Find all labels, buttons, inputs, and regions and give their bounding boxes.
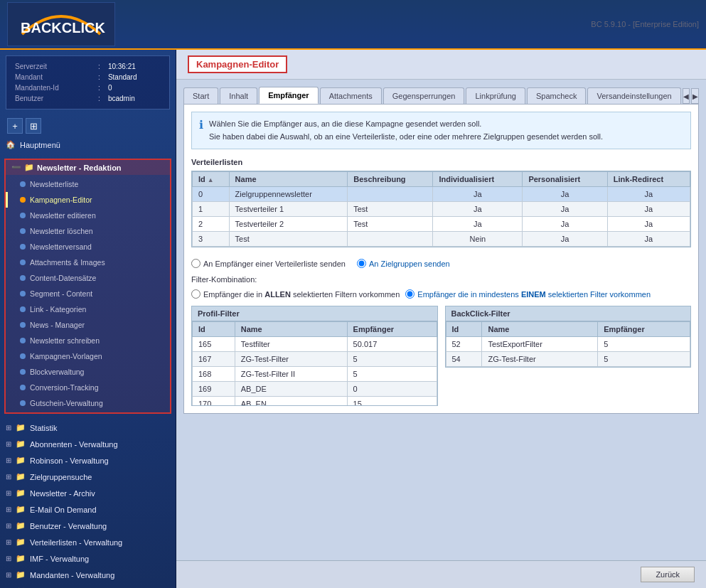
tab-next-button[interactable]: ▶ (691, 88, 699, 104)
plus-icon: ⊞ (6, 522, 11, 530)
list-item[interactable]: 168 ZG-Test-Filter II 5 (193, 367, 437, 382)
th-link-redirect: Link-Redirect (607, 172, 690, 187)
radio-einem-filter-label: Empfänger die in mindestens EINEM selekt… (417, 290, 651, 299)
version-text: BC 5.9.10 - [Enterprise Edition] (591, 20, 699, 28)
sidebar-item-imf[interactable]: ⊞ 📁 IMF - Verwaltung (0, 550, 176, 567)
sidebar-item-hauptmenu[interactable]: 🏠 Hauptmenü (0, 137, 176, 153)
tab-prev-button[interactable]: ◀ (683, 88, 690, 104)
radio-zielgruppen[interactable]: An Zielgruppen senden (357, 259, 450, 268)
cell-pf-empfaenger: 5 (347, 367, 437, 382)
sidebar-item-newsletterliste[interactable]: Newsletterliste (6, 176, 170, 192)
list-item[interactable]: 165 Testfilter 50.017 (193, 337, 437, 352)
sidebar-item-mandanten[interactable]: ⊞ 📁 Mandanten - Verwaltung (0, 567, 176, 583)
bullet-icon (20, 369, 26, 375)
edit-tool-button[interactable]: ⊞ (26, 118, 41, 134)
plus-icon: ⊞ (6, 473, 11, 481)
radio-einem-filter-input[interactable] (405, 289, 414, 299)
verteilerlisten-table-container[interactable]: Id ▲ Name Beschreibung Individualisiert … (191, 171, 691, 247)
tab-gegensperrungen[interactable]: Gegensperrungen (383, 87, 465, 104)
sidebar-item-newsletterversand[interactable]: Newsletterversand (6, 239, 170, 255)
th-id[interactable]: Id ▲ (193, 172, 230, 187)
cell-pf-id: 167 (193, 352, 235, 367)
sidebar-item-newsletter-schreiben[interactable]: Newsletter schreiben (6, 333, 170, 348)
back-button[interactable]: Zurück (641, 567, 695, 582)
info-text-line2: Sie haben dabei die Auswahl, ob an eine … (209, 131, 603, 144)
tab-empfaenger[interactable]: Empfänger (259, 87, 318, 104)
sidebar-item-robinson[interactable]: ⊞ 📁 Robinson - Verwaltung (0, 452, 176, 469)
table-row[interactable]: 2 Testverteiler 2 Test Ja Ja Ja (193, 217, 690, 232)
cell-pf-name: AB_DE (235, 382, 347, 397)
sidebar-item-attachments-images[interactable]: Attachments & Images (6, 255, 170, 270)
radio-einem-filter[interactable]: Empfänger die in mindestens EINEM selekt… (405, 289, 651, 299)
radio-zielgruppen-input[interactable] (357, 259, 366, 268)
bullet-icon (20, 213, 26, 218)
table-row[interactable]: 1 Testverteiler 1 Test Ja Ja Ja (193, 202, 690, 217)
sidebar-item-verteilerlisten[interactable]: ⊞ 📁 Verteilerlisten - Verwaltung (0, 534, 176, 550)
bullet-icon (20, 353, 26, 359)
sidebar-item-statistik[interactable]: ⊞ 📁 Statistik (0, 419, 176, 436)
sidebar-item-newsletter-archiv[interactable]: ⊞ 📁 Newsletter - Archiv (0, 485, 176, 501)
cell-individualisiert: Ja (433, 187, 523, 202)
content-main: Start Inhalt Empfänger Attachments Gegen… (176, 80, 706, 560)
add-tool-button[interactable]: + (7, 118, 23, 134)
sidebar-item-conversion-tracking[interactable]: Conversion-Tracking (6, 380, 170, 395)
newsletter-section-header[interactable]: ➖ 📁 Newsletter - Redaktion (6, 160, 170, 175)
sidebar-item-newsletter-editieren[interactable]: Newsletter editieren (6, 208, 170, 223)
radio-alle-filter[interactable]: Empfänger die in ALLEN selektierten Filt… (191, 289, 400, 299)
cell-beschreibung (348, 187, 433, 202)
sidebar-item-blockverwaltung[interactable]: Blockverwaltung (6, 364, 170, 380)
sidebar-item-system-administration[interactable]: ⊞ 📁 System - Administration (0, 583, 176, 588)
folder-icon: 📁 (24, 163, 34, 172)
benutzer-value: bcadmin (107, 94, 162, 103)
radio-alle-filter-label: Empfänger die in ALLEN selektierten Filt… (203, 290, 400, 299)
th-beschreibung: Beschreibung (348, 172, 433, 187)
list-item[interactable]: 167 ZG-Test-Filter 5 (193, 352, 437, 367)
sidebar: Serverzeit : 10:36:21 Mandant : Standard… (0, 50, 176, 588)
radio-zielgruppen-label: An Zielgruppen senden (369, 260, 450, 268)
filter-kombination-label: Filter-Kombination: (191, 275, 257, 284)
radio-verteilerliste-input[interactable] (191, 259, 200, 268)
sidebar-item-kampagnen-editor[interactable]: Kampagnen-Editor (6, 192, 170, 208)
cell-beschreibung: Test (348, 202, 433, 217)
list-item[interactable]: 54 ZG-Test-Filter 5 (446, 352, 690, 367)
sidebar-item-gutschein-verwaltung[interactable]: Gutschein-Verwaltung (6, 395, 170, 411)
sidebar-item-kampagnen-vorlagen[interactable]: Kampagnen-Vorlagen (6, 348, 170, 364)
main-panel: ℹ Wählen Sie die Empfänger aus, an die d… (183, 104, 699, 414)
table-row[interactable]: 3 Test Nein Ja Ja (193, 232, 690, 247)
cell-bc-id: 54 (446, 352, 482, 367)
sidebar-item-abonnenten[interactable]: ⊞ 📁 Abonnenten - Verwaltung (0, 436, 176, 452)
sidebar-item-zielgruppensuche[interactable]: ⊞ 📁 Zielgruppensuche (0, 469, 176, 485)
backclick-filter-table-container[interactable]: Id Name Empfänger 52 TestExportFilter 5 … (445, 321, 692, 368)
expand-icon: ➖ (11, 163, 21, 172)
profil-filter-table-container[interactable]: Id Name Empfänger 165 Testfilter 50.017 … (191, 321, 438, 406)
verteilerlisten-table: Id ▲ Name Beschreibung Individualisiert … (192, 171, 690, 247)
tab-spamcheck[interactable]: Spamcheck (527, 87, 586, 104)
cell-individualisiert: Ja (433, 202, 523, 217)
plus-icon: ⊞ (6, 571, 11, 579)
tab-linkpruefung[interactable]: Linkprüfung (466, 87, 525, 104)
sidebar-item-segment-content[interactable]: Segment - Content (6, 286, 170, 301)
sidebar-item-benutzer[interactable]: ⊞ 📁 Benutzer - Verwaltung (0, 518, 176, 534)
sidebar-item-content-datensaetze[interactable]: Content-Datensätze (6, 270, 170, 286)
sidebar-tools: + ⊞ (0, 115, 176, 137)
th-individualisiert: Individualisiert (433, 172, 523, 187)
cell-beschreibung: Test (348, 217, 433, 232)
mandant-value: Standard (107, 73, 162, 82)
th-bc-name: Name (482, 322, 598, 337)
sidebar-item-newsletter-loeschen[interactable]: Newsletter löschen (6, 223, 170, 239)
list-item[interactable]: 52 TestExportFilter 5 (446, 337, 690, 352)
cell-pf-empfaenger: 0 (347, 382, 437, 397)
list-item[interactable]: 170 AB_EN 15 (193, 397, 437, 407)
list-item[interactable]: 169 AB_DE 0 (193, 382, 437, 397)
sidebar-item-news-manager[interactable]: News - Manager (6, 317, 170, 333)
radio-alle-filter-input[interactable] (191, 289, 200, 299)
tab-versandeinstellungen[interactable]: Versandeinstellungen (587, 87, 680, 104)
sidebar-item-link-kategorien[interactable]: Link - Kategorien (6, 301, 170, 317)
sidebar-item-email-on-demand[interactable]: ⊞ 📁 E-Mail On Demand (0, 501, 176, 518)
tab-inhalt[interactable]: Inhalt (220, 87, 257, 104)
tab-attachments[interactable]: Attachments (320, 87, 382, 104)
radio-verteilerliste[interactable]: An Empfänger einer Verteilerliste senden (191, 259, 346, 268)
tab-start[interactable]: Start (183, 87, 218, 104)
table-row[interactable]: 0 Zielgruppennewsletter Ja Ja Ja (193, 187, 690, 202)
cell-pf-empfaenger: 50.017 (347, 337, 437, 352)
